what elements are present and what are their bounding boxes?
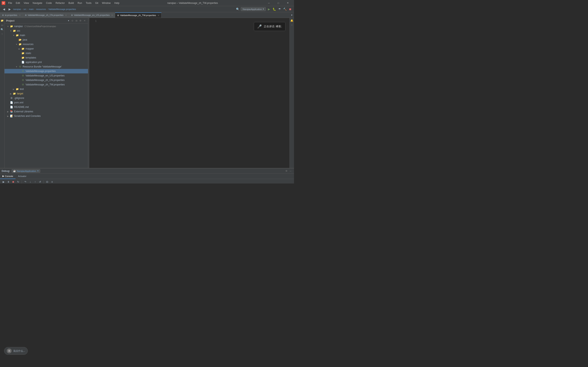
folder-icon: 📁 — [16, 34, 19, 37]
folder-icon: 📁 — [18, 43, 22, 46]
tree-item-target[interactable]: ▶ 📁 target — [4, 91, 88, 96]
tab-close-icon[interactable]: ✕ — [111, 14, 113, 16]
tree-item-gitignore[interactable]: ⚙ .gitignore — [4, 96, 88, 100]
tree-item-resources[interactable]: ▼ 📁 resources — [4, 42, 88, 47]
menu-help[interactable]: Help — [113, 1, 121, 5]
menu-build[interactable]: Build — [67, 1, 76, 5]
maximize-button[interactable]: □ — [274, 0, 283, 6]
target-folder-icon: 📁 — [13, 92, 16, 95]
stop-button[interactable]: ⏹ — [288, 7, 292, 11]
tree-item-nanqiao[interactable]: ▼ 📁 nanqiao C:\Users\zed\IdeaProjects\na… — [4, 24, 88, 29]
tree-item-templates[interactable]: 📁 templates — [4, 55, 88, 60]
debug-close-icon[interactable]: ✕ — [37, 170, 39, 172]
menu-refactor[interactable]: Refactor — [54, 1, 66, 5]
tree-item-validate-zh-cn[interactable]: ⚙ ValidateMessage_zh_CN.properties — [4, 78, 88, 82]
debug-button[interactable]: 🐛 — [272, 7, 277, 11]
project-dropdown-icon[interactable]: ▾ — [68, 19, 69, 22]
debug-frames-btn[interactable]: ⊡ — [45, 180, 49, 184]
debug-restart-btn[interactable]: ↻ — [16, 180, 20, 184]
debug-step-out-btn[interactable]: ↑ — [33, 180, 37, 184]
menu-navigate[interactable]: Navigate — [31, 1, 44, 5]
breadcrumb-nanqiao[interactable]: nanqiao — [13, 8, 21, 10]
tab-overflow-button[interactable]: ▾ — [290, 12, 294, 18]
debug-app-tag[interactable]: ☕ NanqiaoApplication ✕ — [12, 169, 40, 173]
tree-label: .gitignore — [14, 97, 24, 100]
properties-file-icon: ⚙ — [21, 74, 25, 77]
nav-back-button[interactable]: ◀ — [2, 7, 6, 11]
menu-code[interactable]: Code — [44, 1, 53, 5]
tree-item-validate-message-props[interactable]: ⚙ ValidateMessage.properties — [4, 69, 88, 73]
debug-stop-btn[interactable]: ⏹ — [11, 180, 16, 184]
tree-item-application-yml[interactable]: 📄 application.yml — [4, 60, 88, 64]
menu-edit[interactable]: Edit — [14, 1, 22, 5]
debug-tab-actuator[interactable]: Actuator — [16, 174, 29, 179]
debug-threads-btn[interactable]: ≡ — [50, 180, 54, 184]
tree-item-validate-en-us[interactable]: ⚙ ValidateMessage_en_US.properties — [4, 73, 88, 78]
xml-file-icon: 📄 — [10, 101, 13, 104]
git-panel-toggle[interactable]: ⑂ — [0, 32, 4, 36]
console-label: Console — [5, 175, 13, 177]
breadcrumb-src[interactable]: src — [24, 8, 26, 10]
tab-ie-properties[interactable]: ⚙ ie.properties ✕ — [0, 12, 23, 18]
tree-label: application.yml — [26, 61, 42, 64]
tree-item-main[interactable]: ▼ 📁 main — [4, 33, 88, 38]
tab-close-icon[interactable]: ✕ — [65, 14, 67, 16]
tree-item-src[interactable]: ▼ 📁 src — [4, 29, 88, 33]
coverage-button[interactable]: ☂ — [277, 7, 282, 11]
menu-file[interactable]: File — [7, 1, 14, 5]
panel-icon-scope[interactable]: ⊙ — [70, 19, 74, 23]
tree-label: target — [17, 92, 23, 95]
project-panel-toggle[interactable]: 📁 — [0, 19, 4, 22]
breadcrumb-resources[interactable]: resources — [36, 8, 46, 10]
menu-window[interactable]: Window — [100, 1, 112, 5]
debug-toolbar: ▶ ⏸ ⏹ ↻ ↷ ↓ ↑ ↺ ⊡ ≡ — [0, 179, 294, 184]
tree-item-static[interactable]: 📁 static — [4, 51, 88, 55]
build-button[interactable]: 🔨 — [283, 7, 287, 11]
nav-forward-button[interactable]: ▶ — [7, 7, 12, 11]
tab-en-us-properties[interactable]: ⚙ ValidateMessage_en_US.properties ✕ — [69, 12, 115, 18]
debug-step-back-btn[interactable]: ↺ — [38, 180, 42, 184]
notifications-icon[interactable]: 🔔 — [290, 19, 294, 22]
tree-item-readme[interactable]: 📄 README.md — [4, 105, 88, 109]
panel-icon-close[interactable]: ✕ — [83, 19, 86, 23]
tree-item-pom-xml[interactable]: 📄 pom.xml — [4, 100, 88, 105]
structure-panel-toggle[interactable]: 🗂 — [0, 23, 4, 27]
project-tree: ▼ 📁 nanqiao C:\Users\zed\IdeaProjects\na… — [4, 24, 88, 168]
tree-item-scratches[interactable]: ▶ 📝 Scratches and Consoles — [4, 114, 88, 118]
tab-close-icon[interactable]: ✕ — [19, 14, 21, 16]
debug-tab-console[interactable]: ▶ Console — [0, 174, 16, 179]
debug-step-into-btn[interactable]: ↓ — [28, 180, 33, 184]
run-config-selector[interactable]: NanqiaoApplication ▾ — [241, 7, 266, 11]
tab-close-icon[interactable]: ✕ — [158, 14, 159, 17]
tree-item-resource-bundle[interactable]: ▼ ⚙ Resource Bundle 'ValidateMessage' — [4, 64, 88, 69]
panel-icon-settings[interactable]: ⚙ — [79, 19, 82, 23]
tree-item-external-libs[interactable]: ▶ 📚 External Libraries — [4, 109, 88, 114]
debug-step-over-btn[interactable]: ↷ — [23, 180, 27, 184]
breadcrumb-file[interactable]: ValidateMessage.properties — [48, 8, 76, 10]
breadcrumb-main[interactable]: main — [29, 8, 34, 10]
debug-minimize-icon[interactable]: ─ — [289, 169, 292, 173]
run-button[interactable]: ▶ — [267, 7, 271, 11]
git-right-icon[interactable]: ⑂ — [290, 23, 294, 27]
debug-pause-btn[interactable]: ⏸ — [6, 180, 11, 184]
tree-item-java[interactable]: 📂 java — [4, 38, 88, 42]
debug-resume-btn[interactable]: ▶ — [1, 180, 6, 184]
find-panel-toggle[interactable]: 🔍 — [0, 28, 4, 31]
menu-view[interactable]: View — [22, 1, 31, 5]
panel-icon-collapse[interactable]: ⊟ — [75, 19, 78, 23]
debug-settings-icon[interactable]: ⚙ — [285, 169, 288, 173]
tree-item-validate-zh-tw[interactable]: ⚙ ValidateMessage_zh_TW.properties — [4, 82, 88, 87]
menu-git[interactable]: Git — [94, 1, 100, 5]
tree-item-test[interactable]: ▶ 📁 test — [4, 87, 88, 91]
folder-icon: 📂 — [18, 38, 22, 42]
tree-item-mapper[interactable]: ▶ 📁 mapper — [4, 47, 88, 51]
editor-content[interactable] — [98, 18, 290, 168]
close-button[interactable]: ✕ — [283, 0, 292, 6]
editor-tab-bar: ⚙ ie.properties ✕ ⚙ ValidateMessage_zh_C… — [0, 12, 294, 18]
menu-tools[interactable]: Tools — [84, 1, 93, 5]
run-search-button[interactable]: 🔍 — [235, 7, 240, 11]
tab-zh-tw-properties[interactable]: ⚙ ValidateMessage_zh_TW.properties ✕ — [115, 12, 162, 18]
tab-zh-cn-properties[interactable]: ⚙ ValidateMessage_zh_CN.properties ✕ — [23, 12, 69, 18]
minimize-button[interactable]: ─ — [264, 0, 274, 6]
menu-run[interactable]: Run — [76, 1, 84, 5]
